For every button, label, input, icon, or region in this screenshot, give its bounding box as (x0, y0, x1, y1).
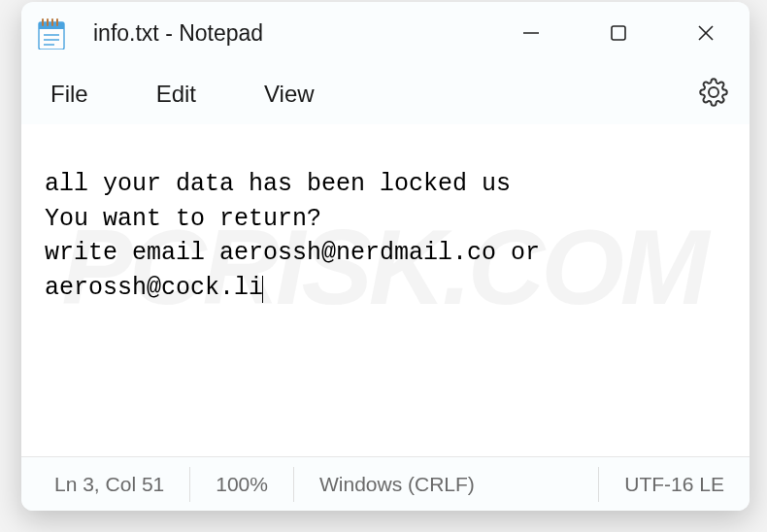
status-encoding: UTF-16 LE (599, 467, 750, 502)
menubar: File Edit View (21, 64, 750, 124)
svg-rect-3 (47, 18, 49, 26)
maximize-icon (610, 24, 627, 42)
status-zoom[interactable]: 100% (190, 467, 294, 502)
status-position: Ln 3, Col 51 (21, 467, 190, 502)
document-text: all your data has been locked us You wan… (45, 170, 554, 302)
menu-file[interactable]: File (37, 73, 102, 116)
svg-rect-4 (51, 18, 53, 26)
gear-icon (699, 78, 728, 107)
menu-view[interactable]: View (250, 73, 328, 116)
settings-button[interactable] (693, 72, 734, 116)
svg-rect-2 (42, 18, 44, 26)
notepad-icon (35, 17, 68, 50)
menu-edit[interactable]: Edit (143, 73, 210, 116)
window-controls (487, 2, 750, 64)
minimize-icon (521, 23, 541, 43)
close-button[interactable] (662, 2, 750, 64)
notepad-window: info.txt - Notepad File Edit View (21, 2, 750, 511)
titlebar[interactable]: info.txt - Notepad (21, 2, 750, 64)
text-area[interactable]: all your data has been locked us You wan… (21, 124, 750, 456)
status-eol: Windows (CRLF) (294, 467, 599, 502)
svg-rect-5 (56, 18, 58, 26)
svg-rect-10 (612, 26, 625, 40)
window-title: info.txt - Notepad (93, 20, 487, 47)
minimize-button[interactable] (487, 2, 575, 64)
text-caret (262, 276, 263, 303)
maximize-button[interactable] (575, 2, 662, 64)
close-icon (696, 23, 716, 43)
statusbar: Ln 3, Col 51 100% Windows (CRLF) UTF-16 … (21, 456, 750, 511)
